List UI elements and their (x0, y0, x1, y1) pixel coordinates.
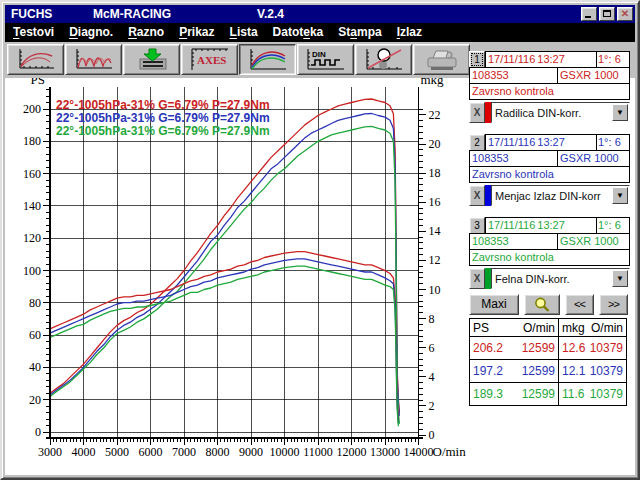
left-tick-label: 0 (35, 425, 41, 439)
right-tick-label: 8 (429, 312, 435, 326)
right-tick-label: 12 (429, 253, 441, 267)
left-axis-title: PS (31, 78, 45, 87)
svg-text:AXES: AXES (197, 54, 226, 66)
test-2-toggle-button[interactable]: X (469, 185, 485, 206)
close-button[interactable]: ✕ (617, 7, 633, 21)
menu-item-lista[interactable]: Lista (230, 25, 258, 39)
test-model: GSXR 1000 (557, 150, 630, 167)
menu-item-prikaz[interactable]: Prikaz (179, 25, 214, 39)
left-tick-label: 60 (29, 328, 41, 342)
x-tick-label: 12000 (337, 445, 367, 459)
roller-button[interactable] (355, 44, 412, 75)
x-axis-title: O/min (433, 444, 467, 459)
x-tick-label: 5000 (105, 445, 129, 459)
test-model: GSXR 1000 (557, 67, 630, 84)
right-tick-label: 14 (429, 224, 441, 238)
test-1-select-button[interactable]: 1 (469, 51, 485, 68)
test-code: 108353 (469, 150, 558, 167)
next-button[interactable]: >> (599, 294, 628, 315)
menu-item-stampa[interactable]: Stampa (338, 25, 381, 39)
left-tick-label: 160 (23, 167, 41, 181)
x-tick-label: 10000 (270, 445, 300, 459)
test-code: 108353 (469, 233, 558, 250)
chevron-down-icon[interactable]: ▼ (612, 187, 628, 204)
print-button (413, 44, 470, 75)
max-ps-rpm: 12599 (522, 341, 555, 355)
prev-button[interactable]: << (565, 294, 594, 315)
test-panel: Maxi << >> PS O/min mkg O/min (469, 51, 630, 476)
menu-item-izlaz[interactable]: Izlaz (397, 25, 422, 39)
test-1-toggle-button[interactable]: X (469, 102, 485, 123)
left-tick-label: 20 (29, 393, 41, 407)
window-title: McM-RACING (93, 5, 171, 23)
test-3-toggle-button[interactable]: X (469, 268, 485, 289)
color-curves-button[interactable] (239, 44, 296, 75)
right-axis-title: mkg (421, 78, 445, 87)
minimize-button[interactable] (581, 7, 597, 21)
right-tick-label: 6 (429, 341, 435, 355)
curve-icon (13, 47, 59, 73)
right-tick-label: 0 (429, 428, 435, 442)
x-tick-label: 6000 (139, 445, 163, 459)
test-note: Zavrsno kontrola (469, 166, 630, 183)
panel-controls: Maxi << >> (469, 294, 630, 315)
left-tick-label: 180 (23, 134, 41, 148)
test-2-select-button[interactable]: 2 (469, 134, 485, 151)
dyno-chart: 3000400050006000700080009000100001100012… (5, 78, 471, 462)
maximize-icon (603, 10, 611, 17)
menu-item-testovi[interactable]: Testovi (13, 25, 54, 39)
test-time: 13:27 (537, 218, 565, 233)
max-ps: 206.2 (473, 341, 503, 355)
right-tick-label: 22 (429, 108, 441, 122)
chevron-down-icon[interactable]: ▼ (612, 104, 628, 121)
test-gear: 1°: 6 (596, 217, 630, 234)
din-correction-button[interactable]: DIN (297, 44, 354, 75)
multi-curve-button[interactable] (65, 44, 122, 75)
roller-icon (361, 47, 407, 73)
test-2-channel-select[interactable]: Menjac Izlaz DIN-korr ▼ (491, 185, 630, 206)
test-date: 17/11/116 (488, 52, 535, 67)
left-tick-label: 140 (23, 199, 41, 213)
test-1-channel-select[interactable]: Radilica DIN-korr. ▼ (491, 102, 630, 123)
axes-button[interactable]: AXES (181, 44, 238, 75)
svg-text:DIN: DIN (312, 50, 326, 59)
header-mkg: mkg (562, 321, 585, 335)
right-tick-label: 20 (429, 137, 441, 151)
window-controls: ✕ (581, 7, 633, 21)
test-time: 13:27 (537, 135, 565, 150)
minimize-icon (585, 16, 591, 18)
load-run-button[interactable] (123, 44, 180, 75)
legend-entry-1: 22°-1005hPa-31% G=6.79% P=27.9Nm (56, 98, 270, 112)
app-window: FUCHS McM-RACING V.2.4 ✕ TestoviDiagno.R… (0, 0, 640, 480)
axes-icon: AXES (187, 47, 233, 73)
app-name: FUCHS (11, 5, 52, 23)
max-mkg: 12.6 (562, 341, 585, 355)
menu-bar: TestoviDiagno.RaznoPrikazListaDatotekaSt… (5, 23, 635, 42)
left-tick-label: 200 (23, 102, 41, 116)
x-tick-label: 14000 (404, 445, 434, 459)
menu-item-razno[interactable]: Razno (128, 25, 164, 39)
magnifier-icon (533, 296, 551, 313)
test-time: 13:27 (537, 52, 565, 67)
left-tick-label: 120 (23, 231, 41, 245)
chevron-down-icon[interactable]: ▼ (612, 270, 628, 287)
legend-entry-3: 22°-1005hPa-31% G=6.79% P=27.9Nm (56, 124, 270, 138)
test-3-channel-select[interactable]: Felna DIN-korr. ▼ (491, 268, 630, 289)
max-ps-rpm: 12599 (522, 387, 555, 401)
menu-item-diagno[interactable]: Diagno. (69, 25, 113, 39)
zoom-button[interactable] (524, 294, 560, 315)
x-tick-label: 13000 (370, 445, 400, 459)
maxi-button[interactable]: Maxi (469, 294, 519, 315)
single-curve-button[interactable] (7, 44, 64, 75)
header-mkg-rpm: O/min (591, 321, 623, 335)
x-tick-label: 8000 (206, 445, 230, 459)
max-ps: 197.2 (473, 364, 503, 378)
curves-icon (71, 47, 117, 73)
maximize-button[interactable] (599, 7, 615, 21)
test-gear: 1°: 6 (596, 134, 630, 151)
load-icon (129, 47, 175, 73)
test-date: 17/11/116 (488, 218, 535, 233)
right-tick-label: 2 (429, 399, 435, 413)
menu-item-datoteka[interactable]: Datoteka (273, 25, 324, 39)
test-3-select-button[interactable]: 3 (469, 217, 485, 234)
